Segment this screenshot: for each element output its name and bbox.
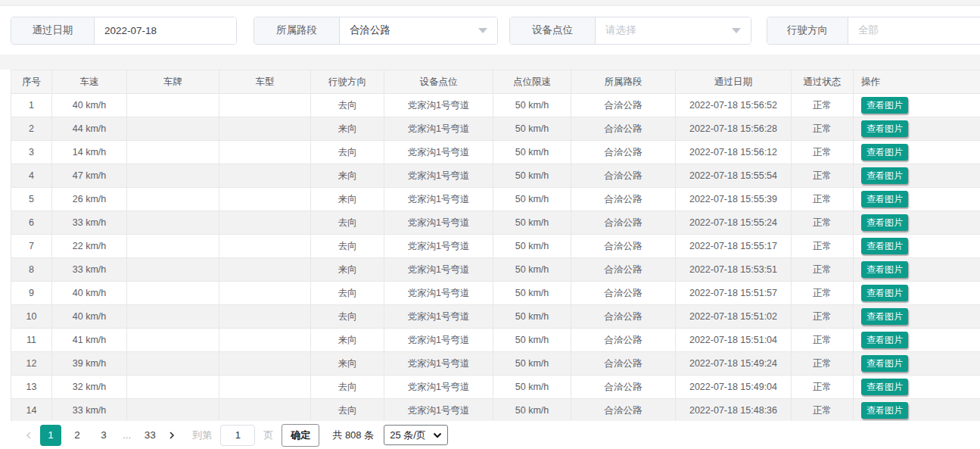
cell-device: 党家沟1号弯道 (384, 305, 493, 329)
table-scroll-area[interactable]: 序号 车速 车牌 车型 行驶方向 设备点位 点位限速 所属路段 通过日期 通过状… (11, 70, 980, 421)
cell-status: 正常 (792, 141, 854, 164)
cell-vtype (219, 282, 311, 305)
view-image-button[interactable]: 查看图片 (861, 332, 908, 348)
cell-road: 合洽公路 (571, 352, 676, 376)
view-image-button[interactable]: 查看图片 (861, 355, 908, 372)
cell-limit: 50 km/h (493, 282, 571, 305)
cell-time: 2022-07-18 15:53:51 (676, 258, 792, 282)
view-image-button[interactable]: 查看图片 (861, 144, 908, 161)
cell-road: 合洽公路 (571, 235, 676, 258)
prev-page-button[interactable] (23, 425, 35, 446)
view-image-button[interactable]: 查看图片 (861, 308, 908, 325)
page-size-select[interactable]: 25 条/页 (384, 425, 448, 445)
page-numbers: 123...33 (40, 425, 160, 446)
table-row: 1040 km/h去向党家沟1号弯道50 km/h合洽公路2022-07-18 … (11, 305, 980, 329)
cell-no: 3 (11, 141, 52, 164)
road-section-value: 合洽公路 (350, 23, 390, 37)
cell-vtype (219, 188, 311, 211)
pass-date-input[interactable]: 2022-07-18 (95, 17, 236, 44)
cell-speed: 33 km/h (52, 258, 127, 282)
view-image-button[interactable]: 查看图片 (861, 402, 908, 419)
cell-action: 查看图片 (854, 141, 980, 164)
view-image-button[interactable]: 查看图片 (861, 379, 908, 395)
cell-speed: 33 km/h (52, 399, 127, 422)
cell-vtype (219, 94, 311, 117)
cell-time: 2022-07-18 15:55:24 (676, 211, 792, 235)
view-image-button[interactable]: 查看图片 (861, 191, 908, 207)
cell-road: 合洽公路 (571, 258, 676, 282)
table-row: 244 km/h来向党家沟1号弯道50 km/h合洽公路2022-07-18 1… (11, 117, 980, 141)
cell-direction: 去向 (311, 305, 384, 329)
cell-limit: 50 km/h (493, 141, 571, 164)
cell-plate (127, 258, 219, 282)
view-image-button[interactable]: 查看图片 (861, 285, 908, 301)
cell-vtype (219, 258, 311, 282)
cell-time: 2022-07-18 15:48:36 (676, 399, 792, 422)
cell-limit: 50 km/h (493, 258, 571, 282)
goto-page-input[interactable] (220, 425, 255, 446)
cell-speed: 33 km/h (52, 211, 127, 235)
view-image-button[interactable]: 查看图片 (861, 167, 908, 184)
cell-vtype (219, 235, 311, 258)
next-page-button[interactable] (166, 425, 178, 446)
cell-no: 6 (11, 211, 52, 235)
filter-pass-date: 通过日期 2022-07-18 (11, 17, 237, 45)
cell-action: 查看图片 (854, 399, 980, 422)
cell-speed: 39 km/h (52, 352, 127, 376)
col-header-time: 通过日期 (676, 70, 792, 94)
cell-plate (127, 305, 219, 329)
table-body: 140 km/h去向党家沟1号弯道50 km/h合洽公路2022-07-18 1… (11, 94, 980, 422)
cell-no: 13 (11, 376, 52, 399)
road-section-select[interactable]: 合洽公路 (340, 17, 497, 44)
cell-device: 党家沟1号弯道 (384, 376, 493, 399)
cell-time: 2022-07-18 15:49:24 (676, 352, 792, 376)
page-number-1[interactable]: 1 (40, 425, 61, 446)
cell-direction: 去向 (311, 399, 384, 422)
device-point-select[interactable]: 请选择 (596, 17, 751, 44)
cell-limit: 50 km/h (493, 305, 571, 329)
filter-road-section: 所属路段 合洽公路 (254, 17, 498, 45)
table-row: 633 km/h去向党家沟1号弯道50 km/h合洽公路2022-07-18 1… (11, 211, 980, 235)
cell-no: 7 (11, 235, 52, 258)
cell-no: 10 (11, 305, 52, 329)
cell-status: 正常 (792, 117, 854, 141)
cell-status: 正常 (792, 305, 854, 329)
pass-date-label: 通过日期 (11, 17, 95, 44)
vehicle-pass-table: 序号 车速 车牌 车型 行驶方向 设备点位 点位限速 所属路段 通过日期 通过状… (11, 70, 980, 421)
cell-no: 4 (11, 164, 52, 188)
table-row: 526 km/h来向党家沟1号弯道50 km/h合洽公路2022-07-18 1… (11, 188, 980, 211)
cell-road: 合洽公路 (571, 117, 676, 141)
page-number-3[interactable]: 3 (93, 425, 114, 446)
cell-road: 合洽公路 (571, 329, 676, 352)
view-image-button[interactable]: 查看图片 (861, 238, 908, 254)
cell-direction: 去向 (311, 141, 384, 164)
cell-speed: 47 km/h (52, 164, 127, 188)
cell-speed: 14 km/h (52, 141, 127, 164)
cell-plate (127, 235, 219, 258)
table-row: 833 km/h来向党家沟1号弯道50 km/h合洽公路2022-07-18 1… (11, 258, 980, 282)
cell-plate (127, 164, 219, 188)
cell-no: 14 (11, 399, 52, 422)
cell-speed: 44 km/h (52, 117, 127, 141)
cell-device: 党家沟1号弯道 (384, 329, 493, 352)
cell-vtype (219, 399, 311, 422)
view-image-button[interactable]: 查看图片 (861, 261, 908, 278)
direction-select[interactable]: 全部 (848, 17, 980, 44)
table-row: 1239 km/h来向党家沟1号弯道50 km/h合洽公路2022-07-18 … (11, 352, 980, 376)
filter-device-point: 设备点位 请选择 (509, 17, 751, 45)
cell-time: 2022-07-18 15:51:57 (676, 282, 792, 305)
view-image-button[interactable]: 查看图片 (861, 97, 908, 114)
cell-speed: 40 km/h (52, 94, 127, 117)
filter-direction: 行驶方向 全部 (767, 17, 980, 45)
cell-vtype (219, 329, 311, 352)
view-image-button[interactable]: 查看图片 (861, 214, 908, 231)
page-number-33[interactable]: 33 (139, 425, 160, 446)
page-number-2[interactable]: 2 (67, 425, 88, 446)
cell-action: 查看图片 (854, 282, 980, 305)
cell-device: 党家沟1号弯道 (384, 282, 493, 305)
confirm-button[interactable]: 确定 (282, 424, 319, 447)
table-header-row: 序号 车速 车牌 车型 行驶方向 设备点位 点位限速 所属路段 通过日期 通过状… (11, 70, 980, 94)
view-image-button[interactable]: 查看图片 (861, 120, 908, 137)
cell-status: 正常 (792, 329, 854, 352)
table-row: 722 km/h去向党家沟1号弯道50 km/h合洽公路2022-07-18 1… (11, 235, 980, 258)
